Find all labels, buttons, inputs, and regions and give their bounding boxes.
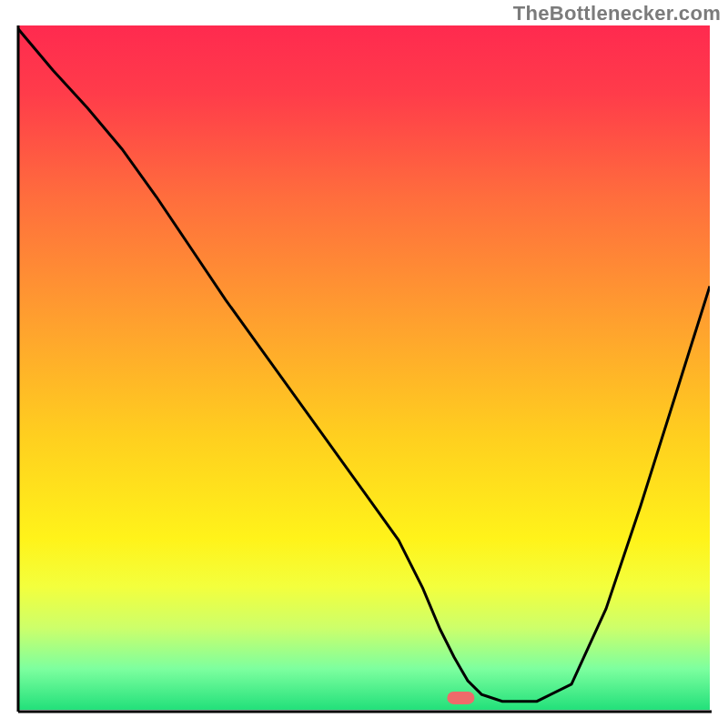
- chart-frame: TheBottlenecker.com: [0, 0, 728, 728]
- optimal-marker: [447, 692, 474, 704]
- bottleneck-chart: [0, 0, 728, 728]
- watermark-text: TheBottlenecker.com: [513, 2, 721, 25]
